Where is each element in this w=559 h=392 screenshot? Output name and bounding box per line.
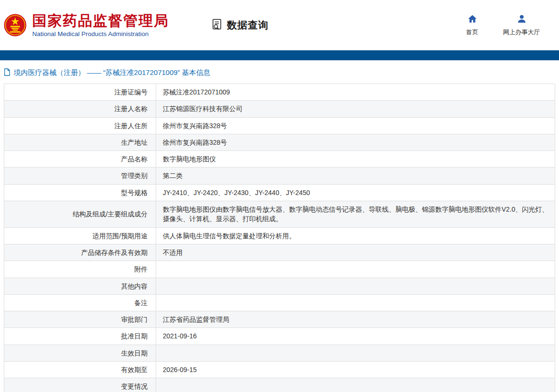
row-value: 2021-09-16 bbox=[156, 328, 555, 345]
row-value: 2026-09-15 bbox=[156, 362, 555, 378]
row-label: 其他内容 bbox=[4, 278, 156, 294]
table-row: 注册证编号苏械注准20172071009 bbox=[4, 84, 555, 101]
nav-service-hall-label: 网上办事大厅 bbox=[503, 28, 540, 37]
table-row: 结构及组成/主要组成成分数字脑电地形图仪由数字脑电信号放大器、数字脑电动态信号记… bbox=[4, 201, 555, 228]
row-value bbox=[156, 378, 555, 392]
row-label: 适用范围/预期用途 bbox=[4, 227, 156, 244]
row-label: 管理类别 bbox=[4, 168, 156, 184]
data-query-label: 数据查询 bbox=[227, 19, 269, 32]
table-row: 批准日期2021-09-16 bbox=[4, 328, 555, 345]
registration-info-table-wrap: 注册证编号苏械注准20172071009注册人名称江苏锦源医疗科技有限公司注册人… bbox=[4, 84, 555, 392]
row-label: 变更情况 bbox=[4, 378, 156, 392]
row-label: 产品名称 bbox=[4, 151, 156, 168]
row-label: 审批部门 bbox=[4, 311, 156, 328]
agency-name-cn: 国家药品监督管理局 bbox=[32, 13, 169, 29]
row-value bbox=[156, 294, 555, 311]
row-value bbox=[156, 261, 555, 278]
row-value bbox=[156, 278, 555, 294]
table-row: 备注 bbox=[4, 294, 555, 311]
table-row: 产品名称数字脑电地形图仪 bbox=[4, 151, 555, 168]
table-row: 产品储存条件及有效期不适用 bbox=[4, 244, 555, 261]
table-row: 型号规格JY-2410、JY-2420、JY-2430、JY-2440、JY-2… bbox=[4, 184, 555, 201]
user-icon bbox=[517, 14, 527, 26]
table-row: 有效期至2026-09-15 bbox=[4, 362, 555, 378]
row-label: 生效日期 bbox=[4, 345, 156, 361]
nav-home-label: 首页 bbox=[466, 28, 478, 37]
table-row: 注册人名称江苏锦源医疗科技有限公司 bbox=[4, 101, 555, 117]
row-label: 批准日期 bbox=[4, 328, 156, 345]
top-navigation: 首页 网上办事大厅 bbox=[466, 14, 540, 37]
row-value: JY-2410、JY-2420、JY-2430、JY-2440、JY-2450 bbox=[156, 184, 555, 201]
document-icon bbox=[4, 68, 10, 77]
row-value: 数字脑电地形图仪 bbox=[156, 151, 555, 168]
row-label: 注册人名称 bbox=[4, 101, 156, 117]
agency-brand: 国家药品监督管理局 National Medical Products Admi… bbox=[4, 13, 169, 38]
row-value: 数字脑电地形图仪由数字脑电信号放大器、数字脑电动态信号记录器、导联线、脑电极、锦… bbox=[156, 201, 555, 228]
info-table-body: 注册证编号苏械注准20172071009注册人名称江苏锦源医疗科技有限公司注册人… bbox=[4, 84, 555, 392]
table-row: 生效日期 bbox=[4, 345, 555, 361]
agency-name-en: National Medical Products Administration bbox=[32, 30, 169, 37]
row-value: 苏械注准20172071009 bbox=[156, 84, 555, 101]
data-query-heading: 数据查询 bbox=[211, 18, 269, 33]
row-value bbox=[156, 345, 555, 361]
home-icon bbox=[467, 14, 477, 26]
row-label: 备注 bbox=[4, 294, 156, 311]
table-row: 附件 bbox=[4, 261, 555, 278]
agency-title-block: 国家药品监督管理局 National Medical Products Admi… bbox=[32, 13, 169, 38]
row-value: 第二类 bbox=[156, 168, 555, 184]
header-divider-bar bbox=[0, 50, 559, 60]
row-label: 产品储存条件及有效期 bbox=[4, 244, 156, 261]
table-row: 审批部门江苏省药品监督管理局 bbox=[4, 311, 555, 328]
nav-service-hall[interactable]: 网上办事大厅 bbox=[503, 14, 540, 37]
row-value: 江苏省药品监督管理局 bbox=[156, 311, 555, 328]
page-header: 国家药品监督管理局 National Medical Products Admi… bbox=[0, 0, 559, 50]
table-row: 注册人住所徐州市复兴南路328号 bbox=[4, 117, 555, 134]
row-value: 徐州市复兴南路328号 bbox=[156, 134, 555, 150]
row-label: 附件 bbox=[4, 261, 156, 278]
table-row: 管理类别第二类 bbox=[4, 168, 555, 184]
row-value: 供人体脑电生理信号数据定量处理和分析用。 bbox=[156, 227, 555, 244]
row-label: 注册证编号 bbox=[4, 84, 156, 101]
breadcrumb: 境内医疗器械（注册） —— “苏械注准20172071009” 基本信息 bbox=[4, 68, 555, 77]
row-label: 注册人住所 bbox=[4, 117, 156, 134]
data-query-icon bbox=[211, 18, 224, 33]
row-value: 江苏锦源医疗科技有限公司 bbox=[156, 101, 555, 117]
breadcrumb-text: 境内医疗器械（注册） —— “苏械注准20172071009” 基本信息 bbox=[14, 68, 210, 77]
table-row: 其他内容 bbox=[4, 278, 555, 294]
registration-info-table: 注册证编号苏械注准20172071009注册人名称江苏锦源医疗科技有限公司注册人… bbox=[4, 84, 555, 392]
row-label: 型号规格 bbox=[4, 184, 156, 201]
nav-home[interactable]: 首页 bbox=[466, 14, 478, 37]
row-value: 徐州市复兴南路328号 bbox=[156, 117, 555, 134]
row-label: 生产地址 bbox=[4, 134, 156, 150]
table-row: 适用范围/预期用途供人体脑电生理信号数据定量处理和分析用。 bbox=[4, 227, 555, 244]
row-label: 结构及组成/主要组成成分 bbox=[4, 201, 156, 228]
table-row: 生产地址徐州市复兴南路328号 bbox=[4, 134, 555, 150]
row-value: 不适用 bbox=[156, 244, 555, 261]
national-emblem-logo bbox=[4, 14, 27, 37]
table-row: 变更情况 bbox=[4, 378, 555, 392]
row-label: 有效期至 bbox=[4, 362, 156, 378]
